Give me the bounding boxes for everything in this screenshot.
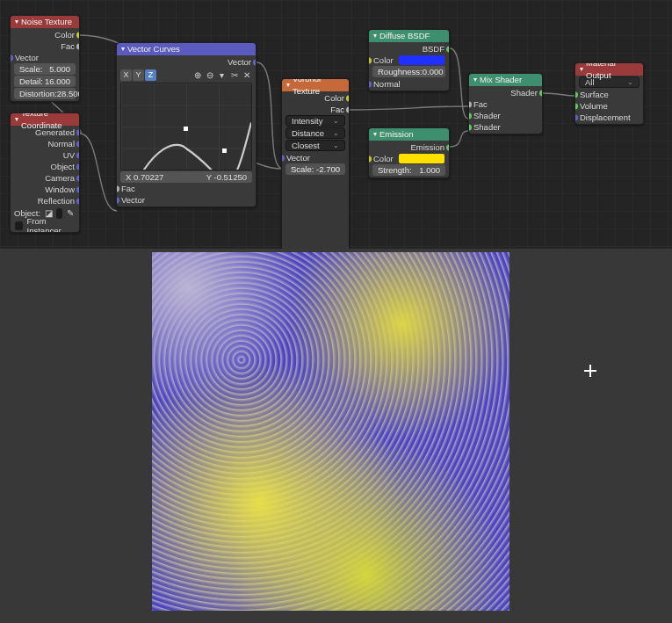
zoom-out-icon[interactable]: ⊖ — [204, 69, 215, 81]
clip-icon[interactable]: ✂ — [228, 69, 240, 81]
out-color: Color — [54, 30, 75, 40]
node-mix-shader[interactable]: ▾ Mix Shader Shader Fac Shader Shader — [468, 73, 543, 134]
node-header[interactable]: ▾ Mix Shader — [469, 74, 542, 86]
delete-icon[interactable]: ✕ — [241, 69, 252, 81]
curve-editor[interactable] — [120, 83, 252, 170]
node-header[interactable]: ▾ Voronoi Texture — [282, 79, 349, 91]
node-title: Mix Shader — [480, 74, 522, 86]
out-vector: Vector — [228, 57, 251, 67]
distortion-field[interactable]: Distortion:28.500 — [14, 88, 76, 99]
in-vector: Vector — [286, 153, 310, 163]
node-texture-coordinate[interactable]: ▾ Texture Coordinate Generated Normal UV… — [10, 112, 80, 233]
scale-field[interactable]: Scale:5.000 — [14, 63, 76, 75]
out-generated: Generated — [35, 127, 75, 137]
node-header[interactable]: ▾ Noise Texture — [11, 16, 79, 28]
node-diffuse-bsdf[interactable]: ▾ Diffuse BSDF BSDF Color Roughness:0.00… — [368, 29, 450, 91]
chevron-down-icon: ⌄ — [333, 117, 339, 125]
chevron-down-icon: ⌄ — [333, 141, 339, 149]
node-title: Emission — [379, 128, 414, 141]
node-header[interactable]: ▾ Emission — [369, 128, 449, 141]
tools-icon[interactable]: ▾ — [216, 69, 228, 81]
color-swatch[interactable] — [399, 154, 444, 163]
in-displacement: Displacement — [580, 112, 631, 122]
out-emission: Emission — [410, 142, 444, 152]
collapse-icon[interactable]: ▾ — [15, 116, 18, 123]
out-normal: Normal — [47, 139, 75, 149]
strength-field[interactable]: Strength:1.000 — [372, 164, 445, 176]
color-label: Color — [373, 154, 394, 163]
out-fac: Fac — [61, 41, 75, 51]
z-button[interactable]: Z — [145, 69, 156, 81]
y-button[interactable]: Y — [133, 69, 144, 81]
node-title: Vector Curves — [127, 43, 180, 55]
chevron-down-icon: ⌄ — [627, 78, 633, 86]
out-object: Object — [51, 162, 75, 171]
node-header[interactable]: ▾ Material Output — [575, 63, 643, 76]
node-header[interactable]: ▾ Texture Coordinate — [11, 113, 79, 126]
roughness-field[interactable]: Roughness:0.000 — [372, 66, 445, 77]
out-fac: Fac — [330, 105, 344, 114]
node-emission[interactable]: ▾ Emission Emission Color Strength:1.000 — [368, 127, 450, 178]
color-swatch[interactable] — [399, 55, 444, 65]
metric-dropdown[interactable]: Distance⌄ — [285, 127, 345, 139]
node-header[interactable]: ▾ Vector Curves — [117, 43, 256, 55]
collapse-icon[interactable]: ▾ — [286, 82, 290, 89]
out-shader: Shader — [510, 88, 538, 98]
detail-field[interactable]: Detail:16.000 — [14, 76, 76, 87]
node-title: Noise Texture — [21, 16, 72, 28]
in-fac: Fac — [473, 99, 488, 109]
node-vector-curves[interactable]: ▾ Vector Curves Vector X Y Z ⊕ ⊖ ▾ ✂ ✕ X… — [116, 42, 257, 207]
collapse-icon[interactable]: ▾ — [121, 46, 125, 53]
in-vector: Vector — [15, 53, 39, 62]
collapse-icon[interactable]: ▾ — [373, 33, 377, 40]
node-title: Diffuse BSDF — [379, 30, 430, 42]
from-instancer-checkbox[interactable]: From Instancer — [11, 220, 79, 231]
material-preview — [152, 252, 509, 611]
in-shader2: Shader — [473, 122, 501, 132]
out-window: Window — [45, 185, 75, 194]
in-shader1: Shader — [473, 111, 501, 120]
collapse-icon[interactable]: ▾ — [15, 18, 18, 25]
out-bsdf: BSDF — [423, 44, 444, 54]
in-volume: Volume — [580, 101, 608, 111]
in-vector: Vector — [121, 195, 145, 205]
out-camera: Camera — [45, 173, 75, 183]
mode-dropdown[interactable]: Intensity⌄ — [285, 115, 345, 127]
color-label: Color — [373, 55, 394, 65]
collapse-icon[interactable]: ▾ — [580, 66, 583, 73]
zoom-in-icon[interactable]: ⊕ — [191, 69, 203, 81]
feature-dropdown[interactable]: Closest⌄ — [285, 140, 345, 151]
x-button[interactable]: X — [120, 69, 132, 81]
node-material-output[interactable]: ▾ Material Output All⌄ Surface Volume Di… — [574, 62, 644, 125]
out-uv: UV — [63, 150, 75, 160]
chevron-down-icon: ⌄ — [333, 129, 339, 137]
collapse-icon[interactable]: ▾ — [473, 76, 477, 83]
node-noise-texture[interactable]: ▾ Noise Texture Color Fac Vector Scale:5… — [10, 15, 80, 102]
in-normal: Normal — [373, 79, 401, 89]
curve-readout[interactable]: X 0.70227 Y -0.51250 — [120, 171, 252, 183]
in-surface: Surface — [580, 90, 609, 99]
out-color: Color — [324, 93, 344, 103]
scale-field[interactable]: Scale:-2.700 — [285, 163, 345, 175]
node-header[interactable]: ▾ Diffuse BSDF — [369, 30, 449, 42]
in-fac: Fac — [121, 184, 135, 193]
out-reflection: Reflection — [38, 196, 75, 206]
collapse-icon[interactable]: ▾ — [373, 131, 377, 138]
